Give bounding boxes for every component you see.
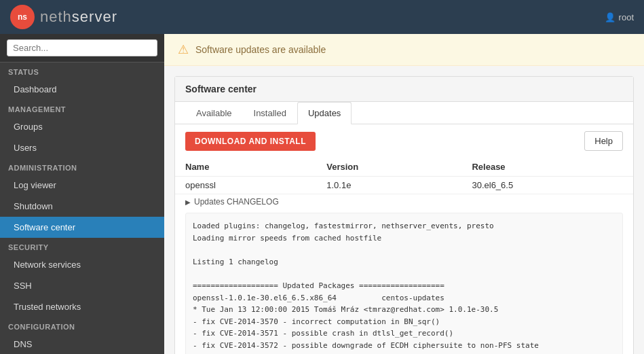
sidebar-section-management: Management bbox=[0, 100, 164, 116]
topnav: ns nethserver 👤 root bbox=[0, 0, 644, 34]
brand-logo: ns bbox=[10, 5, 35, 29]
pkg-name: openssl bbox=[175, 177, 316, 194]
table-row: openssl 1.0.1e 30.el6_6.5 bbox=[175, 177, 633, 194]
chevron-down-icon: ▶ bbox=[185, 198, 191, 206]
tab-updates[interactable]: Updates bbox=[297, 102, 352, 124]
sidebar-item-dns[interactable]: DNS bbox=[0, 334, 164, 354]
layout: Status Dashboard Management Groups Users… bbox=[0, 34, 644, 354]
tab-installed[interactable]: Installed bbox=[243, 102, 297, 124]
sidebar-item-dashboard[interactable]: Dashboard bbox=[0, 79, 164, 100]
col-version: Version bbox=[316, 158, 461, 177]
sidebar-item-log-viewer[interactable]: Log viewer bbox=[0, 175, 164, 196]
alert-banner: ⚠ Software updates are available bbox=[164, 34, 644, 66]
download-install-button[interactable]: DOWNLOAD AND INSTALL bbox=[185, 132, 316, 151]
table-header: Name Version Release bbox=[175, 158, 633, 177]
pkg-version: 1.0.1e bbox=[316, 177, 461, 194]
sidebar-section-configuration: Configuration bbox=[0, 317, 164, 334]
changelog-toggle[interactable]: ▶ Updates CHANGELOG bbox=[175, 194, 633, 209]
warning-icon: ⚠ bbox=[178, 42, 189, 57]
table-body: openssl 1.0.1e 30.el6_6.5 bbox=[175, 177, 633, 194]
packages-table: Name Version Release openssl 1.0.1e 30.e… bbox=[175, 158, 633, 194]
sidebar-item-groups[interactable]: Groups bbox=[0, 116, 164, 137]
alert-message: Software updates are available bbox=[195, 44, 326, 55]
changelog-label: Updates CHANGELOG bbox=[194, 197, 279, 207]
username-label: root bbox=[619, 12, 634, 22]
tabs-container: Available Installed Updates bbox=[175, 102, 633, 124]
sidebar-item-ssh[interactable]: SSH bbox=[0, 275, 164, 296]
brand: ns nethserver bbox=[10, 5, 117, 29]
sidebar-item-trusted-networks[interactable]: Trusted networks bbox=[0, 296, 164, 317]
main-content: ⚠ Software updates are available Softwar… bbox=[164, 34, 644, 354]
pkg-release: 30.el6_6.5 bbox=[461, 177, 633, 194]
col-name: Name bbox=[175, 158, 316, 177]
col-release: Release bbox=[461, 158, 633, 177]
sidebar-item-shutdown[interactable]: Shutdown bbox=[0, 196, 164, 217]
sidebar-item-users[interactable]: Users bbox=[0, 137, 164, 158]
changelog-content: Loaded plugins: changelog, fastestmirror… bbox=[185, 213, 623, 354]
help-button[interactable]: Help bbox=[584, 131, 623, 151]
sidebar-section-administration: Administration bbox=[0, 158, 164, 175]
sidebar-item-network-services[interactable]: Network services bbox=[0, 254, 164, 275]
brand-name: nethserver bbox=[40, 8, 117, 26]
tab-available[interactable]: Available bbox=[185, 102, 243, 124]
sidebar-search-container bbox=[0, 34, 164, 63]
sidebar: Status Dashboard Management Groups Users… bbox=[0, 34, 164, 354]
user-icon: 👤 bbox=[605, 12, 615, 22]
topnav-user: 👤 root bbox=[605, 12, 634, 22]
sidebar-section-status: Status bbox=[0, 63, 164, 79]
sidebar-section-security: Security bbox=[0, 238, 164, 254]
table-header-row: Name Version Release bbox=[175, 158, 633, 177]
search-input[interactable] bbox=[7, 39, 157, 56]
brand-logo-text: ns bbox=[18, 12, 27, 22]
panel-title: Software center bbox=[175, 77, 633, 102]
panel-toolbar: DOWNLOAD AND INSTALL Help bbox=[175, 124, 633, 158]
software-center-panel: Software center Available Installed Upda… bbox=[174, 76, 634, 354]
sidebar-item-software-center[interactable]: Software center bbox=[0, 217, 164, 238]
